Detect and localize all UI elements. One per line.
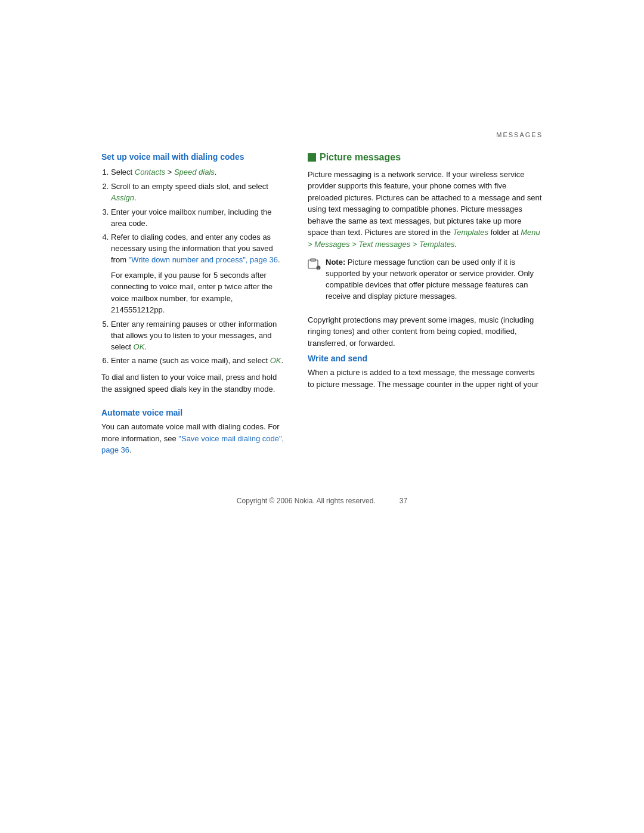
left-column: Set up voice mail with dialing codes Sel…	[101, 151, 286, 461]
automate-voicemail-heading: Automate voice mail	[101, 408, 286, 417]
note-icon: i	[308, 258, 321, 271]
page-header: Messages	[101, 131, 543, 138]
step-1: Select Contacts > Speed dials.	[111, 167, 286, 178]
ok-link-1: OK	[134, 342, 145, 351]
write-down-link: "Write down number and process", page 36	[129, 255, 278, 264]
picture-messages-body: Picture messaging is a network service. …	[308, 169, 543, 250]
automate-voicemail-section: Automate voice mail You can automate voi…	[101, 408, 286, 456]
step-6: Enter a name (such as voice mail), and s…	[111, 355, 286, 367]
save-voicemail-link: "Save voice mail dialing code", page 36	[101, 434, 284, 455]
automate-voicemail-body: You can automate voice mail with dialing…	[101, 421, 286, 456]
note-text: Note: Picture message function can be us…	[326, 257, 543, 302]
ok-link-2: OK	[270, 356, 281, 365]
menu-path-link: Menu > Messages > Text messages > Templa…	[308, 228, 540, 249]
note-box: i Note: Picture message function can be …	[308, 257, 543, 306]
voicemail-closing: To dial and listen to your voice mail, p…	[101, 371, 286, 395]
write-and-send-body: When a picture is added to a text messag…	[308, 367, 543, 390]
setup-voicemail-heading: Set up voice mail with dialing codes	[101, 151, 286, 162]
step-2: Scroll to an empty speed dials slot, and…	[111, 181, 286, 204]
step-3: Enter your voice mailbox number, includi…	[111, 207, 286, 230]
assign-link: Assign	[111, 193, 134, 202]
page: Messages Set up voice mail with dialing …	[0, 0, 644, 833]
content-area: Messages Set up voice mail with dialing …	[101, 0, 543, 565]
picture-messages-heading: Picture messages	[308, 151, 543, 164]
step-4-extra: For example, if you pause for 5 seconds …	[111, 270, 286, 316]
step-4: Refer to dialing codes, and enter any co…	[111, 232, 286, 316]
right-column: Picture messages Picture messaging is a …	[308, 151, 543, 461]
two-column-layout: Set up voice mail with dialing codes Sel…	[101, 151, 543, 461]
copyright-note: Copyright protections may prevent some i…	[308, 314, 543, 349]
contacts-link: Contacts	[135, 168, 165, 176]
picture-messages-heading-text: Picture messages	[320, 151, 401, 164]
setup-voicemail-steps: Select Contacts > Speed dials. Scroll to…	[111, 167, 286, 367]
write-and-send-section: Write and send When a picture is added t…	[308, 354, 543, 390]
green-square-icon	[308, 153, 316, 162]
step-5: Enter any remaining pauses or other info…	[111, 319, 286, 353]
footer-page-number: 37	[400, 497, 407, 505]
setup-voicemail-section: Set up voice mail with dialing codes Sel…	[101, 151, 286, 395]
write-and-send-heading: Write and send	[308, 354, 543, 363]
speed-dials-link: Speed dials	[174, 168, 215, 176]
footer-copyright: Copyright © 2006 Nokia. All rights reser…	[237, 497, 376, 505]
header-label: Messages	[496, 131, 543, 138]
templates-link: Templates	[453, 228, 489, 237]
footer-area: Copyright © 2006 Nokia. All rights reser…	[101, 497, 543, 505]
picture-messages-section: Picture messages Picture messaging is a …	[308, 151, 543, 349]
